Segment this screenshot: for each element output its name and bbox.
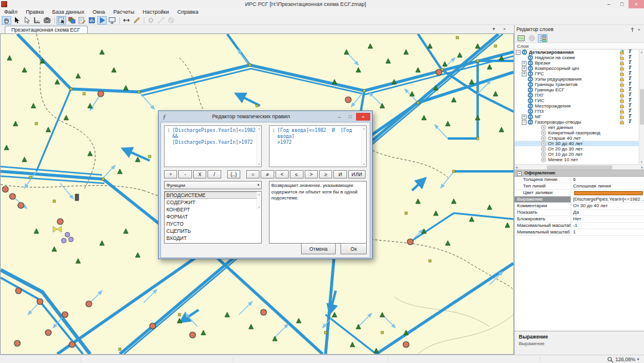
menu-item-2[interactable]: База данных xyxy=(48,8,89,16)
layer-item-20[interactable]: Менее 10 лет xyxy=(515,157,639,162)
visibility-eye-icon[interactable] xyxy=(528,93,533,98)
lock-icon[interactable] xyxy=(620,50,624,55)
operator-button-11[interactable]: И xyxy=(333,170,346,179)
operator-button-10[interactable]: ≥ xyxy=(319,170,332,179)
visibility-eye-icon[interactable] xyxy=(541,141,546,146)
lock-icon[interactable] xyxy=(620,98,624,103)
lock-icon[interactable] xyxy=(620,93,624,98)
menu-item-3[interactable]: Окна xyxy=(88,8,109,16)
operator-button-4[interactable]: (..) xyxy=(227,170,240,179)
visibility-eye-icon[interactable] xyxy=(528,109,533,114)
visibility-eye-icon[interactable] xyxy=(528,55,533,60)
layer-item-9[interactable]: ГИСT xyxy=(515,98,639,103)
expand-icon[interactable]: + xyxy=(522,72,527,76)
property-value[interactable] xyxy=(571,190,644,196)
cancel-button[interactable]: Отмена xyxy=(301,243,336,254)
property-value[interactable]: [DischargePipes.YearIn]<=1982 ... xyxy=(571,196,644,202)
play-tool-icon[interactable] xyxy=(97,16,107,24)
operator-button-12[interactable]: ИЛИ xyxy=(348,170,366,179)
visibility-eye-icon[interactable] xyxy=(541,152,546,157)
layer-item-4[interactable]: +ГРСT xyxy=(515,71,639,76)
select-alt-tool-icon[interactable] xyxy=(22,16,32,24)
visibility-eye-icon[interactable] xyxy=(528,82,533,87)
property-value[interactable]: 1 xyxy=(571,229,644,235)
minimize-button[interactable]: – xyxy=(602,0,615,8)
lock-icon[interactable] xyxy=(620,60,624,66)
report-tool-icon[interactable] xyxy=(87,16,97,24)
editor-scrollbar[interactable]: ▲▼ xyxy=(256,126,261,167)
operator-button-2[interactable]: X xyxy=(193,170,206,179)
layer-item-15[interactable]: Конкретный газопровод xyxy=(515,130,639,136)
property-value[interactable]: Нет xyxy=(571,216,644,222)
collapse-icon[interactable]: − xyxy=(517,171,522,176)
property-value[interactable]: Сплошная линия xyxy=(571,183,644,189)
map-layer-icon[interactable] xyxy=(516,34,526,42)
operator-button-9[interactable]: > xyxy=(305,170,318,179)
pan-tool-icon[interactable] xyxy=(2,16,11,24)
annotate-tool-icon[interactable] xyxy=(77,16,86,24)
camera-tool-icon[interactable] xyxy=(42,16,52,24)
visibility-eye-icon[interactable] xyxy=(528,76,533,82)
layer-item-19[interactable]: От 10 до 20 лет xyxy=(515,152,639,157)
operator-button-7[interactable]: < xyxy=(275,170,289,179)
lock-icon[interactable] xyxy=(620,103,624,109)
visibility-eye-icon[interactable] xyxy=(528,71,533,76)
dialog-close-button[interactable]: × xyxy=(356,113,370,121)
presentation-tool-icon[interactable] xyxy=(107,16,117,24)
resize-tool-icon[interactable] xyxy=(122,16,131,24)
layers-tool-icon[interactable] xyxy=(67,16,76,24)
layer-item-16[interactable]: Старше 40 лет xyxy=(515,136,639,141)
system-expression-editor[interactable]: 1 [DischargePipes.YearIn]<=1982 &&[Disch… xyxy=(164,125,262,167)
operator-button-3[interactable]: / xyxy=(208,170,221,179)
menu-item-6[interactable]: Справка xyxy=(173,8,202,16)
layers-tree-hscrollbar[interactable]: ◀▶ xyxy=(515,164,644,170)
layer-item-14[interactable]: нет данных xyxy=(515,125,639,130)
tab-list-dropdown-icon[interactable]: ▾ xyxy=(490,26,497,33)
layer-item-6[interactable]: Границы транзитовT xyxy=(515,82,639,87)
fill-color-swatch[interactable] xyxy=(574,191,643,195)
labels-text-icon[interactable]: T xyxy=(628,119,631,124)
user-expression-editor[interactable]: 1 [Год ввода]<=1982 И [Год ввода]>1972 ▲… xyxy=(269,125,367,167)
menu-item-1[interactable]: Правка xyxy=(21,8,48,16)
dialog-maximize-button[interactable]: □ xyxy=(345,113,355,121)
operator-button-6[interactable]: ≠ xyxy=(261,170,274,179)
functions-dropdown[interactable]: Функции ▾ xyxy=(164,181,262,189)
tab-close-icon[interactable]: × xyxy=(501,26,508,33)
property-value[interactable]: От 30 до 40 лет xyxy=(571,203,644,209)
panel-close-icon[interactable]: × xyxy=(636,26,642,33)
operator-button-8[interactable]: ≤ xyxy=(290,170,303,179)
function-item-0[interactable]: ВПОДСИСТЕМЕ xyxy=(165,192,261,199)
visibility-eye-icon[interactable] xyxy=(522,50,527,55)
visibility-eye-icon[interactable] xyxy=(541,146,546,152)
dialog-minimize-button[interactable]: – xyxy=(335,113,345,121)
function-item-6[interactable]: ВХОДИТ xyxy=(165,235,261,242)
layer-item-0[interactable]: −ДетализированнаяT xyxy=(515,50,639,55)
layer-item-10[interactable]: МесторожденияT xyxy=(515,103,639,109)
pin-icon[interactable] xyxy=(629,26,636,33)
menu-item-4[interactable]: Расчеты xyxy=(109,8,138,16)
function-item-3[interactable]: ФОРМАТ xyxy=(165,213,261,220)
lock-icon[interactable] xyxy=(620,76,624,82)
visibility-eye-icon[interactable] xyxy=(528,66,533,71)
layer-item-3[interactable]: +Компрессорный цехT xyxy=(515,66,639,71)
visibility-eye-icon[interactable] xyxy=(528,114,533,119)
visibility-eye-icon[interactable] xyxy=(528,98,533,103)
collapse-icon[interactable]: − xyxy=(522,120,527,125)
layer-item-11[interactable]: ГПЗT xyxy=(515,109,639,114)
pencil-tool-icon[interactable] xyxy=(132,16,141,24)
function-item-2[interactable]: КОНВЕРТ xyxy=(165,206,261,213)
visibility-eye-icon[interactable] xyxy=(541,125,546,130)
function-item-7[interactable]: ЕСЛИ xyxy=(165,242,261,244)
visibility-eye-icon[interactable] xyxy=(541,157,546,162)
unlock-icon[interactable] xyxy=(620,55,624,60)
expand-icon[interactable]: + xyxy=(522,61,527,66)
lock-icon[interactable] xyxy=(620,87,624,93)
measure-tool-icon[interactable] xyxy=(32,16,42,24)
layer-item-12[interactable]: +МГT xyxy=(515,114,639,119)
property-value[interactable]: -1 xyxy=(571,223,644,229)
unlock-icon[interactable] xyxy=(620,114,624,119)
close-button[interactable]: × xyxy=(628,0,644,8)
zoom-control[interactable]: 126,08% ▾ xyxy=(607,355,639,363)
visibility-eye-icon[interactable] xyxy=(541,130,546,136)
visibility-eye-icon[interactable] xyxy=(528,60,533,66)
